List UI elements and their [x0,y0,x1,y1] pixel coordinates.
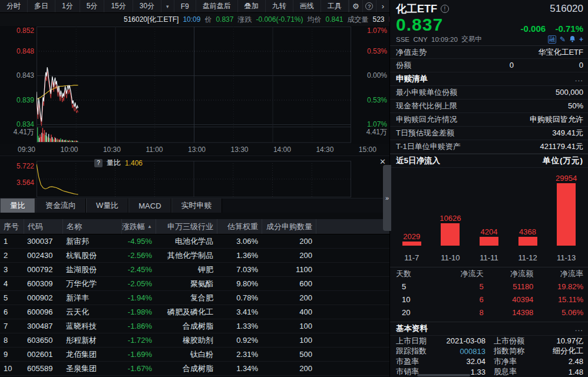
toolbar-button-工具[interactable]: 工具 [321,0,349,12]
toolbar-button-画线[interactable]: 画线 [293,0,321,12]
inflow-section: 近5日净流入 单位(万元) 202911-71062611-10420411-1… [390,154,588,267]
cell: -1.94% [121,293,156,302]
inflow-bar-chart: 202911-71062611-10420411-11436811-122995… [390,168,588,267]
days-cell: 5 [434,282,484,291]
toolbar-button-多日[interactable]: 多日 [28,0,55,12]
column-header-涨跌幅[interactable]: 涨跌幅▲ [121,219,156,234]
toolbar-button-5分[interactable]: 5分 [80,0,105,12]
currency: CNY [413,36,427,43]
cell: 彤程新材 [62,335,121,346]
nav-trend-row[interactable]: 净值走势 华宝化工ETF [390,46,588,59]
panel-expander[interactable]: » [383,165,391,231]
nav-trend-value: 华宝化工ETF [538,47,583,58]
toolbar-button-叠加[interactable]: 叠加 [238,0,266,12]
tab-量比[interactable]: 量比 [0,199,35,213]
basic-value[interactable]: 000813 [435,347,485,356]
sort-asc-icon[interactable]: ▲ [147,224,152,229]
info-icon[interactable]: ! [441,5,449,13]
cell: 7.03% [217,265,262,274]
cell: -2.05% [121,279,156,288]
days-cell: 19.82% [533,282,583,291]
change-label: 涨跌 [237,15,252,25]
column-header-名称[interactable]: 名称 [62,219,121,234]
cell: -1.69% [121,350,156,359]
tab-W量比[interactable]: W量比 [86,199,128,213]
bar[interactable] [402,242,421,246]
column-header-估算权重[interactable]: 估算权重 [217,219,262,234]
table-header-row: 序号代码名称涨跌幅▲申万三级行业估算权重成分申购数量 [0,219,389,234]
bar[interactable] [480,237,498,246]
table-row[interactable]: 1300037新宙邦-4.95%电池化学品3.06%200 [0,234,389,249]
add-icon[interactable]: + [579,35,583,44]
column-header-序号[interactable]: 序号 [0,219,24,234]
cell: 600096 [24,307,62,316]
margin-badge[interactable]: 融 [548,35,556,44]
table-row[interactable]: 9002601龙佰集团-1.69%钛白粉2.31%500 [0,348,389,362]
bar[interactable] [557,183,576,246]
table-row[interactable]: 2002430杭氧股份-2.56%其他化学制品1.36%200 [0,249,389,263]
expand-right-icon[interactable]: › [376,0,389,12]
cell: 200 [262,237,316,246]
toolbar-button-F9[interactable]: F9 [174,0,196,12]
column-header-申万三级行业[interactable]: 申万三级行业 [156,219,217,234]
column-header-代码[interactable]: 代码 [24,219,62,234]
toolbar-button-30分[interactable]: 30分 [133,0,161,12]
table-row[interactable]: 3000792盐湖股份-2.45%钾肥7.03%1100 [0,263,389,277]
toolbar-button-1分[interactable]: 1分 [55,0,80,12]
left-pane: 分时多日1分5分15分30分▾F9盘前盘后叠加九转画线工具⚙?› 516020[… [0,0,389,377]
tab-MACD[interactable]: MACD [128,199,171,213]
inflow-header: 近5日净流入 单位(万元) [390,154,588,168]
cell: 100 [262,322,316,330]
cell: 6 [0,307,24,316]
toolbar-button-九转[interactable]: 九转 [266,0,293,12]
table-row[interactable]: 10605589圣泉集团-1.67%合成树脂1.34%200 [0,362,389,376]
cell: 3.41% [217,307,262,316]
basic-more-icon[interactable]: ... [575,324,583,333]
redeem-rows: 最小申赎单位份额500,000现金替代比例上限50%申购赎回允许情况申购赎回皆允… [390,86,588,154]
table-row[interactable]: 8603650彤程新材-1.72%橡胶助剂0.92%100 [0,333,389,348]
table-row[interactable]: 5000902新洋丰-1.94%复合肥0.78%200 [0,291,389,305]
chevron-down-icon[interactable]: ▾ [161,0,174,12]
bar-category-label: 11-12 [518,253,537,262]
basic-section-header[interactable]: 基本资料 ... [390,322,588,336]
bar-category-label: 11-7 [404,253,419,262]
basic-info-row: 跟踪指数000813指数简称细分化工 [390,346,588,357]
bell-icon[interactable] [569,35,576,44]
basic-label: 市盈率 [396,356,435,367]
intraday-chart[interactable]: 0.8520.8480.8430.8390.8341.07%0.53%0.00%… [0,26,389,144]
toolbar-button-盘前盘后[interactable]: 盘前盘后 [196,0,238,12]
redeem-section-header[interactable]: 申赎清单 ... [390,72,588,86]
cell: 1.34% [217,364,262,373]
inflow-unit: 单位(万元) [543,156,583,166]
table-row[interactable]: 7300487蓝晓科技-1.86%合成树脂1.33%100 [0,319,389,333]
basic-label: 上市份额 [494,336,533,346]
price-change: -0.006 -0.71% [521,24,583,34]
volume-ratio-panel[interactable]: ? 量比 1.406 ✕ 5.722 3.564 [0,156,389,198]
horizontal-scrollbar-thumb[interactable] [417,374,470,376]
tab-资金流向[interactable]: 资金流向 [35,199,86,213]
column-header-成分申购数量[interactable]: 成分申购数量 [262,219,316,234]
help-icon[interactable]: ? [94,159,103,167]
basic-value: 2021-03-08 [435,336,485,345]
price-axis-label: 0.839 [0,97,34,104]
help-glyph: ? [365,2,373,10]
cell: -2.56% [121,251,156,260]
cell: 1.33% [217,322,262,330]
table-row[interactable]: 6600096云天化-1.98%磷肥及磷化工3.41%400 [0,305,389,319]
tab-实时申赎[interactable]: 实时申赎 [171,199,222,213]
table-row[interactable]: 4600309万华化学-2.05%聚氨酯9.80%600 [0,277,389,291]
days-cell: 10 [396,295,434,304]
bar[interactable] [441,223,460,246]
redeem-row-label: 最小申赎单位份额 [396,87,457,98]
bar-group-11-12: 436811-12 [508,168,547,267]
toolbar-button-15分[interactable]: 15分 [104,0,133,12]
cell: 云天化 [62,307,121,318]
bar-category-label: 11-10 [441,253,460,262]
bar[interactable] [518,237,537,246]
more-icon[interactable]: ... [575,74,583,83]
time-tick-15:00: 15:00 [359,145,376,154]
help-icon[interactable]: ? [362,0,376,12]
toolbar-button-分时[interactable]: 分时 [0,0,28,12]
gear-icon[interactable]: ⚙ [349,0,362,12]
edit-icon[interactable]: ✎ [560,35,566,44]
